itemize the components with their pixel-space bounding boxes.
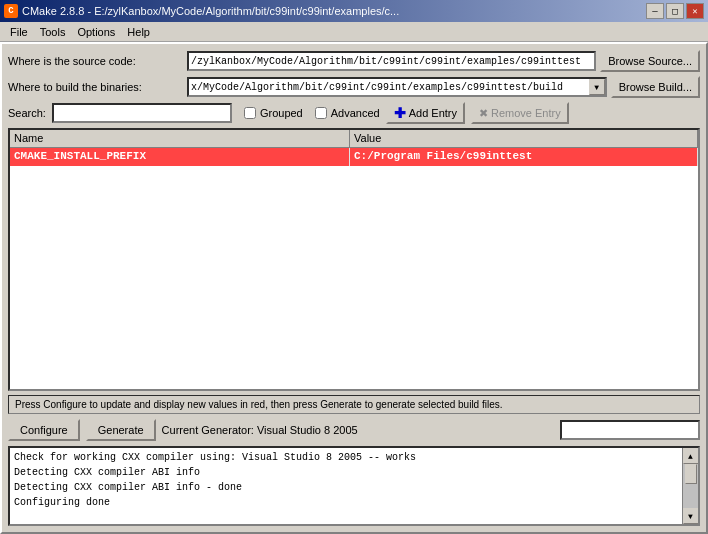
advanced-checkbox-group: Advanced [315,107,380,119]
bottom-controls: Configure Generate Current Generator: Vi… [8,418,700,442]
app-icon: C [4,4,18,18]
name-header: Name [10,130,350,147]
scroll-thumb[interactable] [685,464,697,484]
generator-text: Current Generator: Visual Studio 8 2005 [162,424,554,436]
build-row: Where to build the binaries: x/MyCode/Al… [8,76,700,98]
source-label: Where is the source code: [8,55,183,67]
generate-button[interactable]: Generate [86,419,156,441]
title-text: CMake 2.8.8 - E:/zylKanbox/MyCode/Algori… [22,5,399,17]
build-label: Where to build the binaries: [8,81,183,93]
menu-options[interactable]: Options [71,24,121,40]
search-input[interactable] [52,103,232,123]
search-row: Search: Grouped Advanced ✚ Add Entry ✖ R… [8,102,700,124]
main-window: Where is the source code: Browse Source.… [0,42,708,534]
advanced-checkbox[interactable] [315,107,327,119]
generator-input[interactable] [560,420,700,440]
source-input[interactable] [187,51,596,71]
scroll-track[interactable] [683,464,698,508]
scroll-down-button[interactable]: ▼ [683,508,699,524]
maximize-button[interactable]: □ [666,3,684,19]
status-text: Press Configure to update and display ne… [15,399,503,410]
search-label: Search: [8,107,46,119]
menu-file[interactable]: File [4,24,34,40]
grouped-label: Grouped [260,107,303,119]
remove-entry-button[interactable]: ✖ Remove Entry [471,102,569,124]
log-line-0: Check for working CXX compiler using: Vi… [14,450,678,465]
table-header: Name Value [10,130,698,148]
minimize-button[interactable]: — [646,3,664,19]
cell-name: CMAKE_INSTALL_PREFIX [10,148,350,166]
log-content: Check for working CXX compiler using: Vi… [10,448,682,524]
status-bar: Press Configure to update and display ne… [8,395,700,414]
grouped-checkbox-group: Grouped [244,107,303,119]
title-bar: C CMake 2.8.8 - E:/zylKanbox/MyCode/Algo… [0,0,708,22]
build-dropdown-button[interactable]: ▼ [589,79,605,95]
log-line-1: Detecting CXX compiler ABI info [14,465,678,480]
grouped-checkbox[interactable] [244,107,256,119]
build-input-text: x/MyCode/Algorithm/bit/c99int/c99int/exa… [189,82,589,93]
remove-entry-label: Remove Entry [491,107,561,119]
cell-value: C:/Program Files/c99inttest [350,148,698,166]
close-button[interactable]: ✕ [686,3,704,19]
advanced-label: Advanced [331,107,380,119]
remove-entry-icon: ✖ [479,107,488,120]
build-input-container: x/MyCode/Algorithm/bit/c99int/c99int/exa… [187,77,607,97]
scroll-up-button[interactable]: ▲ [683,448,699,464]
table-row[interactable]: CMAKE_INSTALL_PREFIX C:/Program Files/c9… [10,148,698,166]
menu-help[interactable]: Help [121,24,156,40]
add-entry-label: Add Entry [409,107,457,119]
source-row: Where is the source code: Browse Source.… [8,50,700,72]
browse-build-button[interactable]: Browse Build... [611,76,700,98]
configure-button[interactable]: Configure [8,419,80,441]
log-line-3: Configuring done [14,495,678,510]
log-scrollbar: ▲ ▼ [682,448,698,524]
add-entry-button[interactable]: ✚ Add Entry [386,102,465,124]
plus-icon: ✚ [394,105,406,121]
menu-tools[interactable]: Tools [34,24,72,40]
config-table: Name Value CMAKE_INSTALL_PREFIX C:/Progr… [8,128,700,391]
browse-source-button[interactable]: Browse Source... [600,50,700,72]
table-body: CMAKE_INSTALL_PREFIX C:/Program Files/c9… [10,148,698,389]
log-line-2: Detecting CXX compiler ABI info - done [14,480,678,495]
title-buttons: — □ ✕ [646,3,704,19]
log-area: Check for working CXX compiler using: Vi… [8,446,700,526]
value-header: Value [350,130,698,147]
menu-bar: File Tools Options Help [0,22,708,42]
